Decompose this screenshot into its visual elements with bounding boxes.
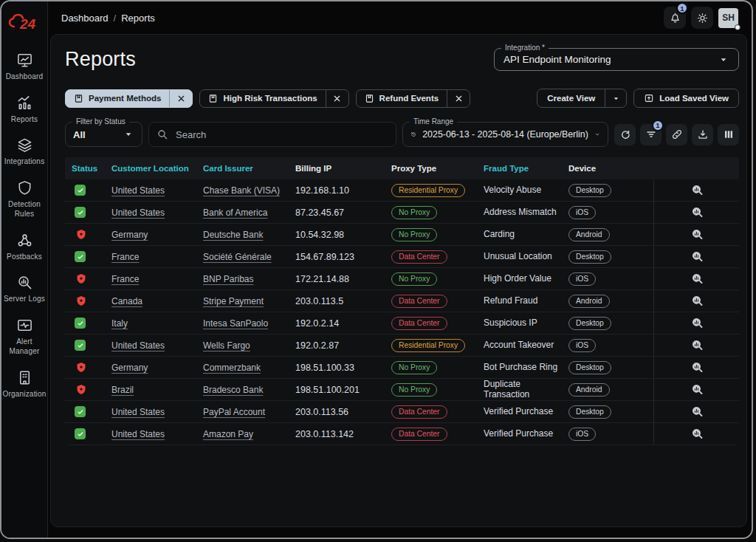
column-header[interactable]: Card Issurer [202,164,294,173]
column-header[interactable]: Customer Location [110,164,202,173]
sidebar-item-reports[interactable]: Reports [1,95,47,125]
view-chip[interactable]: Payment Methods [65,89,193,108]
columns-button[interactable] [718,124,739,145]
app-logo[interactable]: 24 [7,9,41,35]
download-button[interactable] [692,124,713,145]
card-issuer-link[interactable]: BNP Paribas [203,274,253,284]
inspect-row-button[interactable] [691,184,704,196]
sidebar-item-postbacks[interactable]: Postbacks [1,232,47,262]
remove-view-chip-button[interactable] [326,90,348,107]
status-filter-select[interactable]: Filter by Status All [65,122,142,147]
inspect-row-button[interactable] [691,361,704,374]
sidebar-item-organization[interactable]: Organization [1,369,47,399]
device-pill: Desktop [568,405,611,419]
chevron-down-icon [123,128,134,140]
table-row[interactable]: United States Wells Fargo 192.0.2.87 Res… [65,335,739,357]
integration-select[interactable]: Integration * API Endpoint Monitoring [494,48,739,71]
load-saved-view-button[interactable]: Load Saved View [633,89,739,108]
fraud-type-value: Duplicate Transaction [482,380,567,400]
inspect-row-button[interactable] [691,383,704,396]
column-header[interactable]: Status [65,164,110,173]
inspect-row-button[interactable] [691,317,704,329]
card-issuer-link[interactable]: PayPal Account [203,407,265,417]
inspect-row-button[interactable] [691,250,704,263]
table-row[interactable]: France BNP Paribas 172.21.14.88 No Proxy… [65,268,739,290]
customer-location-link[interactable]: United States [111,429,165,439]
search-input[interactable] [174,128,388,141]
inspect-row-button[interactable] [691,295,704,307]
copy-link-button[interactable] [666,124,687,145]
inspect-row-button[interactable] [691,228,704,241]
column-header[interactable]: Proxy Type [390,164,482,173]
table-row[interactable]: France Société Générale 154.67.89.123 Da… [65,246,739,268]
filter-button[interactable]: 1 [640,124,662,145]
fraud-type-value: Verified Purchase [482,407,567,417]
table-row[interactable]: United States PayPal Account 203.0.113.5… [65,401,739,423]
customer-location-link[interactable]: Germany [111,363,148,373]
view-chip[interactable]: High Risk Transactions [199,89,348,108]
sidebar-item-dashboard[interactable]: Dashboard [1,52,47,82]
inspect-row-button[interactable] [691,339,704,351]
refresh-button[interactable] [614,124,636,145]
inspect-row-button[interactable] [691,272,704,285]
customer-location-link[interactable]: United States [111,407,165,417]
time-range-select[interactable]: Time Range 2025-06-13 - 2025-08-14 (Euro… [402,122,608,147]
column-header[interactable]: Billing IP [294,164,390,173]
inspect-row-button[interactable] [691,405,704,418]
table-row[interactable]: United States Bank of America 87.23.45.6… [65,202,739,224]
device-pill: iOS [568,272,596,286]
table-row[interactable]: Germany Deutsche Bank 10.54.32.98 No Pro… [65,224,739,246]
table-row[interactable]: United States Chase Bank (VISA) 192.168.… [65,179,739,202]
card-issuer-link[interactable]: Intesa SanPaolo [203,318,268,329]
create-view-menu-button[interactable] [605,89,626,107]
card-issuer-link[interactable]: Bank of America [203,207,267,218]
sidebar-item-server-logs[interactable]: Server Logs [1,274,47,304]
customer-location-link[interactable]: United States [111,207,165,218]
search-field[interactable] [148,122,396,147]
card-issuer-link[interactable]: Wells Fargo [203,340,250,351]
card-issuer-link[interactable]: Deutsche Bank [203,230,263,240]
column-header[interactable]: Fraud Type [482,164,567,173]
remove-view-chip-button[interactable] [447,90,470,107]
customer-location-link[interactable]: United States [111,340,165,351]
remove-view-chip-button[interactable] [170,90,192,107]
status-alert-shield-icon [75,228,88,241]
sidebar-item-integrations[interactable]: Integrations [1,137,47,167]
fraud-type-value: Unusual Location [482,252,567,262]
theme-toggle-button[interactable] [691,7,713,29]
integration-value: API Endpoint Monitoring [504,54,611,65]
card-issuer-link[interactable]: Bradesco Bank [203,385,263,395]
inspect-row-button[interactable] [691,206,704,219]
topbar: Dashboard / Reports 1 SH [48,1,752,34]
inspect-row-button[interactable] [691,428,704,440]
card-issuer-link[interactable]: Stripe Payment [203,296,264,306]
customer-location-link[interactable]: Italy [111,318,128,329]
customer-location-link[interactable]: France [111,274,139,284]
proxy-type-pill: No Proxy [391,272,437,286]
status-cell [65,406,110,417]
device-pill: Desktop [568,317,611,330]
notifications-button[interactable]: 1 [664,7,686,29]
table-row[interactable]: Brazil Bradesco Bank 198.51.100.201 No P… [65,379,739,401]
customer-location-link[interactable]: Canada [111,296,142,306]
breadcrumb-dashboard[interactable]: Dashboard [61,13,109,24]
sidebar-item-detection-rules[interactable]: Detection Rules [1,179,47,219]
card-issuer-link[interactable]: Chase Bank (VISA) [203,185,280,196]
create-view-button[interactable]: Create View [537,89,627,108]
column-header[interactable]: Device [567,164,653,173]
table-row[interactable]: Canada Stripe Payment 203.0.113.5 Data C… [65,290,739,312]
table-row[interactable]: United States Amazon Pay 203.0.113.142 D… [65,423,739,445]
customer-location-link[interactable]: United States [111,185,165,196]
table-row[interactable]: Italy Intesa SanPaolo 192.0.2.14 Data Ce… [65,312,739,335]
customer-location-link[interactable]: Germany [111,230,148,240]
breadcrumb-reports[interactable]: Reports [121,13,155,24]
view-chip[interactable]: Refund Events [356,89,471,108]
customer-location-link[interactable]: Brazil [111,385,134,395]
user-avatar[interactable]: SH [718,8,738,28]
card-issuer-link[interactable]: Commerzbank [203,363,261,373]
table-row[interactable]: Germany Commerzbank 198.51.100.33 No Pro… [65,357,739,379]
customer-location-link[interactable]: France [111,252,139,262]
card-issuer-link[interactable]: Société Générale [203,252,272,262]
card-issuer-link[interactable]: Amazon Pay [203,429,253,439]
sidebar-item-alert-manager[interactable]: Alert Manager [1,317,47,357]
